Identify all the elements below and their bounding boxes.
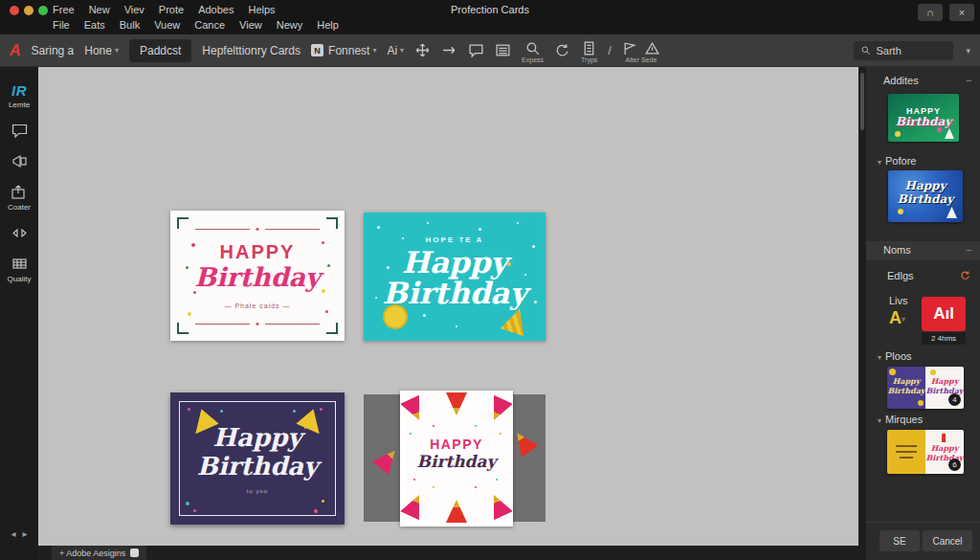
template-thumb-ploos[interactable]: Happy Birthday Happy Birthday 4 — [887, 367, 964, 409]
refresh-icon[interactable] — [960, 270, 970, 280]
vertical-scrollbar[interactable] — [858, 67, 866, 560]
thumb-script: Happy — [925, 444, 964, 453]
party-hat-icon — [484, 490, 513, 520]
chevron-down-icon: ▾ — [878, 158, 881, 167]
alter-side-label: Alter Sede — [626, 56, 657, 63]
template-thumb-green[interactable]: HAPPY Birthday — [888, 94, 959, 142]
fonnest-dropdown[interactable]: N Fonnest ▾ — [311, 44, 376, 57]
ornament-divider: ✦ — [195, 321, 320, 327]
sidebar-item-label: Coater — [8, 203, 31, 212]
menu-vuew[interactable]: Vuew — [154, 19, 180, 31]
types-label: Tryps — [581, 56, 597, 63]
font-letter-swatch[interactable]: A▾ — [889, 308, 905, 328]
gem-icon: ✦ — [255, 226, 260, 233]
section-addites[interactable]: Addites — [883, 75, 919, 86]
menu-bulk[interactable]: Bulk — [120, 19, 140, 31]
toolbar: A Saring a Hone ▾ Paddcst Hepfelttionry … — [0, 34, 980, 67]
thumb-script: Happy — [888, 179, 963, 192]
ai-dropdown[interactable]: Ai ▾ — [387, 44, 404, 57]
party-hat-icon — [400, 394, 429, 424]
home-dropdown[interactable]: Hone ▾ — [84, 44, 119, 57]
comment-tool-icon[interactable] — [468, 42, 484, 58]
cancel-button[interactable]: Cancel — [923, 530, 972, 551]
card-headline: HAPPY — [400, 437, 513, 452]
card-script-text: Happy — [364, 245, 546, 280]
sidebar-item-lemte[interactable]: IR Lemte — [9, 82, 30, 109]
paddcst-button[interactable]: Paddcst — [129, 39, 191, 62]
card-headline: HAPPY — [170, 241, 345, 263]
thumb-script: Birthday — [888, 192, 963, 206]
sidebar-item-speakers[interactable] — [11, 224, 29, 242]
close-button[interactable]: × — [949, 4, 974, 21]
menu-view[interactable]: View — [239, 19, 262, 31]
sidebar-item-announce[interactable] — [11, 152, 29, 170]
card-script-text: Birthday — [170, 262, 345, 292]
adobe-aesigins-tab[interactable]: + Adobe Aesigins — [52, 546, 146, 560]
party-hat-icon — [484, 394, 513, 424]
window-controls: ∩ × — [918, 4, 974, 21]
sidebar-item-coater[interactable]: Coater — [8, 183, 31, 212]
bottom-bar: + Adobe Aesigins — [38, 546, 858, 560]
chevron-down-icon: ▾ — [902, 315, 905, 324]
count-badge: 4 — [948, 393, 961, 406]
arrow-right-icon[interactable] — [441, 42, 457, 58]
sidebar-item-comment[interactable] — [11, 122, 29, 140]
right-panel: Addites – HAPPY Birthday ▾Pofore Happy B… — [866, 67, 980, 560]
card-classic-white[interactable]: ✦ HAPPY Birthday — Phale calds — ✦ — [170, 211, 345, 341]
move-tool-icon[interactable] — [414, 42, 431, 58]
design-canvas[interactable]: ✦ HAPPY Birthday — Phale calds — ✦ HOPE … — [38, 67, 858, 546]
ail-tile-caption: 2 4hms — [922, 332, 966, 345]
divider-slash-icon: / — [608, 43, 612, 57]
document-label: Saring a — [32, 44, 75, 57]
ail-app-tile[interactable]: Aıl — [922, 297, 966, 331]
card-purple[interactable]: Happy Birthday to you — [170, 392, 345, 525]
ornament-divider: ✦ — [195, 226, 320, 233]
template-thumb-mirques[interactable]: Happy Birthday 6 — [887, 430, 964, 474]
restore-button[interactable]: ∩ — [918, 4, 943, 21]
search-chevron-down-icon[interactable]: ▾ — [966, 46, 970, 56]
party-hat-icon — [446, 392, 467, 415]
se-button[interactable]: SE — [880, 530, 920, 551]
sidebar-item-label: Lemte — [9, 101, 30, 109]
chevron-down-icon: ▾ — [115, 46, 119, 55]
template-thumb-blue[interactable]: Happy Birthday — [888, 170, 963, 222]
card-party-hats[interactable]: HAPPY Birthday — [400, 391, 513, 526]
menu-eats[interactable]: Eats — [84, 19, 105, 31]
crop-corner-icon — [326, 323, 338, 334]
sidebar-nav-arrows: ◂ ▸ — [0, 528, 38, 539]
speakers-icon — [11, 224, 29, 242]
section-mirques[interactable]: ▾Mirques — [878, 414, 923, 425]
types-tool[interactable]: Tryps — [581, 40, 597, 63]
card-script-text: Birthday — [170, 452, 345, 481]
card-subtext: to you — [170, 488, 345, 494]
list-tool-icon[interactable] — [495, 42, 511, 58]
megaphone-icon — [11, 152, 29, 170]
search-value: Sarth — [876, 45, 901, 56]
card-teal[interactable]: HOPE TE A Happy Birthday — [364, 213, 546, 341]
arrow-right-icon[interactable]: ▸ — [23, 528, 28, 539]
section-pofore[interactable]: ▾Pofore — [878, 155, 916, 167]
warning-triangle-icon — [644, 40, 660, 56]
menu-newy[interactable]: Newy — [277, 19, 303, 31]
window-title: Profection Cards — [0, 4, 980, 15]
speech-bubble-icon — [11, 122, 29, 140]
menu-help[interactable]: Help — [317, 19, 339, 31]
gem-icon: ✦ — [255, 321, 260, 327]
sidebar-item-quality[interactable]: Quality — [8, 255, 32, 283]
menu-cance[interactable]: Cance — [194, 19, 225, 31]
search-input[interactable]: Sarth — [854, 41, 953, 60]
section-ploos[interactable]: ▾Ploos — [878, 350, 912, 362]
dash-icon[interactable]: – — [966, 75, 971, 85]
menu-file[interactable]: File — [53, 19, 70, 31]
express-label: Expess — [522, 56, 544, 63]
arrow-left-icon[interactable]: ◂ — [11, 528, 15, 539]
express-tool[interactable]: Expess — [522, 40, 544, 63]
section-edlgs[interactable]: Edlgs — [887, 270, 914, 281]
dash-icon[interactable]: – — [966, 244, 971, 255]
section-noms[interactable]: Noms — [883, 244, 911, 256]
search-tool-icon — [524, 40, 541, 56]
ir-badge-icon: IR — [11, 82, 27, 99]
sync-tool-icon[interactable] — [554, 42, 570, 58]
alter-side-tool[interactable]: Alter Sede — [622, 40, 660, 63]
scrollbar-thumb[interactable] — [860, 73, 864, 130]
